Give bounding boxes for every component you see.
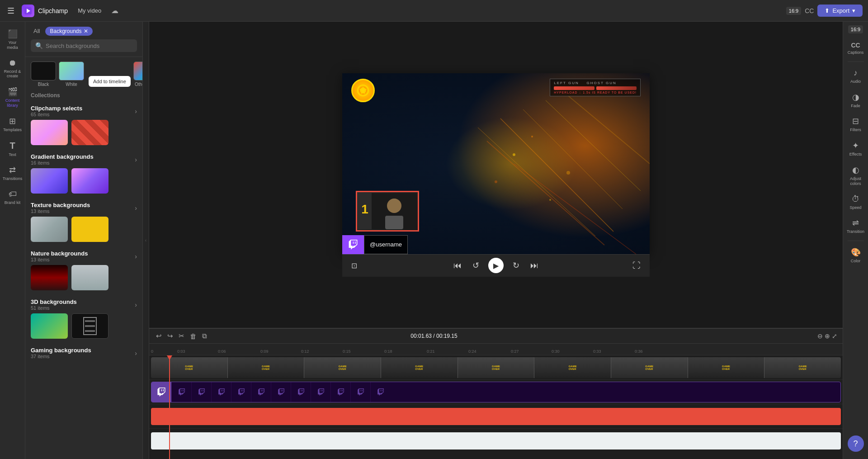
sidebar-separator-1 bbox=[848, 62, 864, 62]
sidebar-item-color[interactable]: 🎨 Color bbox=[844, 244, 867, 267]
sidebar-item-label-templates: Templates bbox=[3, 128, 22, 132]
thumb-clipchamp-selects-1[interactable] bbox=[31, 120, 68, 145]
collection-nature-backgrounds[interactable]: Nature backgrounds 13 items › bbox=[25, 246, 142, 265]
collapse-handle[interactable]: ‹ bbox=[143, 22, 149, 459]
preview-background: LEFT GUN GHOST GUN HYPERLOAD :: 1.5s IS … bbox=[342, 73, 650, 254]
project-title-tab[interactable]: My video bbox=[73, 5, 106, 16]
timeline-toolbar: ↩ ↪ ✂ 🗑 ⧉ 00:01.63 / 00:19.15 ⊖ ⊕ ⤢ bbox=[149, 329, 843, 344]
color-swatch-white[interactable] bbox=[59, 62, 84, 80]
game-frame-3: GAMEOVER bbox=[304, 357, 381, 378]
ratio-button-sidebar[interactable]: 16:9 bbox=[848, 25, 863, 33]
twitch-clip-container[interactable] bbox=[151, 382, 841, 402]
filter-chip-backgrounds[interactable]: Backgrounds ✕ bbox=[45, 27, 92, 36]
sidebar-item-transitions[interactable]: ⇄ Transitions bbox=[1, 161, 24, 185]
thumb-clipchamp-selects-2[interactable] bbox=[71, 120, 108, 145]
zoom-fit-button[interactable]: ⤢ bbox=[832, 332, 837, 340]
ratio-button[interactable]: 16:9 bbox=[786, 7, 801, 15]
sidebar-item-speed[interactable]: ⏱ Speed bbox=[844, 191, 867, 214]
twitch-logo-box bbox=[342, 235, 364, 254]
timeline-duplicate-button[interactable]: ⧉ bbox=[201, 331, 208, 341]
red-clip[interactable] bbox=[151, 408, 841, 425]
filter-chip-close-icon[interactable]: ✕ bbox=[84, 28, 88, 34]
sidebar-item-record-create[interactable]: ⏺ Record & create bbox=[1, 55, 24, 83]
game-frame-6: GAMEOVER bbox=[534, 357, 611, 378]
sidebar-item-fade[interactable]: ◑ Fade bbox=[844, 89, 867, 112]
twitch-track-logo-1 bbox=[151, 382, 171, 402]
sidebar-item-label-brand-kit: Brand kit bbox=[5, 200, 21, 205]
sidebar-item-transition[interactable]: ⇌ Transition bbox=[844, 214, 867, 238]
svg-rect-20 bbox=[385, 216, 403, 229]
timeline-delete-button[interactable]: 🗑 bbox=[189, 331, 198, 341]
sidebar-item-effects[interactable]: ✦ Effects bbox=[844, 137, 867, 161]
thumb-nature-1[interactable] bbox=[31, 265, 68, 290]
thumb-3d-1[interactable] bbox=[31, 313, 68, 339]
sidebar-item-audio[interactable]: ♪ Audio bbox=[844, 65, 867, 88]
help-button[interactable]: ? bbox=[848, 435, 864, 452]
collection-gradient-backgrounds[interactable]: Gradient backgrounds 16 items › bbox=[25, 149, 142, 168]
preview-pip-button[interactable]: ⊡ bbox=[349, 260, 359, 272]
preview-fullscreen-button[interactable]: ⛶ bbox=[631, 259, 642, 272]
preview-wrapper: LEFT GUN GHOST GUN HYPERLOAD :: 1.5s IS … bbox=[342, 73, 650, 277]
sidebar-item-text[interactable]: T Text bbox=[1, 137, 24, 161]
search-input[interactable] bbox=[46, 43, 132, 49]
sidebar-item-your-media[interactable]: ⬛ Your media bbox=[1, 25, 24, 54]
preview-skip-forward-button[interactable]: ⏭ bbox=[528, 259, 540, 272]
ruler-mark-0: 0 bbox=[151, 349, 153, 354]
preview-play-button[interactable]: ▶ bbox=[488, 258, 504, 273]
left-panel: All Backgrounds ✕ 🔍 Black White bbox=[25, 22, 143, 459]
thumb-nature-2[interactable] bbox=[71, 265, 108, 290]
export-button[interactable]: ⬆ Export ▾ bbox=[817, 5, 863, 17]
collection-title-gaming-backgrounds: Gaming backgrounds bbox=[31, 347, 91, 354]
add-to-timeline-button[interactable]: Add to timeline bbox=[89, 76, 131, 87]
thumb-gradient-2[interactable] bbox=[71, 168, 108, 194]
game-frame-9: GAMEOVER bbox=[764, 357, 841, 378]
adjust-colors-label: Adjust colors bbox=[846, 176, 865, 186]
color-swatch-other[interactable] bbox=[133, 62, 143, 80]
sidebar-item-brand-kit[interactable]: 🏷 Brand kit bbox=[1, 186, 24, 209]
sidebar-item-adjust-colors[interactable]: ◐ Adjust colors bbox=[844, 161, 867, 190]
preview-rewind-button[interactable]: ↺ bbox=[471, 259, 481, 272]
filter-row: All Backgrounds ✕ bbox=[31, 26, 137, 36]
timeline-redo-button[interactable]: ↪ bbox=[166, 331, 175, 341]
zoom-out-button[interactable]: ⊖ bbox=[817, 332, 823, 340]
zoom-in-button[interactable]: ⊕ bbox=[825, 332, 830, 340]
preview-forward-button[interactable]: ↻ bbox=[511, 259, 521, 272]
thumb-gradient-1[interactable] bbox=[31, 168, 68, 194]
timeline-undo-button[interactable]: ↩ bbox=[155, 331, 163, 341]
webcam-overlay: 1 bbox=[356, 191, 419, 232]
thumb-texture-1[interactable] bbox=[31, 217, 68, 242]
effects-label: Effects bbox=[849, 152, 862, 157]
color-swatch-black[interactable] bbox=[31, 62, 56, 80]
filter-all-button[interactable]: All bbox=[31, 26, 42, 36]
twitch-repeat-icon-11 bbox=[370, 382, 390, 402]
person-silhouette: 1 bbox=[358, 193, 417, 229]
game-frame-5: GAMEOVER bbox=[458, 357, 535, 378]
sidebar-item-templates[interactable]: ⊞ Templates bbox=[1, 113, 24, 136]
thumb-texture-2[interactable] bbox=[71, 217, 108, 242]
svg-line-5 bbox=[546, 100, 641, 191]
audio-icon: ♪ bbox=[854, 68, 858, 78]
collection-clipchamp-selects[interactable]: Clipchamp selects 65 items › bbox=[25, 100, 142, 120]
timeline-tracks-area: GAMEOVER GAMEOVER GAMEOVER GAMEOVER GAME… bbox=[149, 355, 843, 459]
collection-texture-backgrounds[interactable]: Texture backgrounds 13 items › bbox=[25, 197, 142, 217]
thumb-3d-2[interactable] bbox=[71, 313, 108, 339]
twitch-track-repeat bbox=[171, 382, 840, 402]
search-icon: 🔍 bbox=[35, 42, 43, 49]
timeline-time-display: 00:01.63 / 00:19.15 bbox=[410, 333, 457, 339]
collection-count-nature-backgrounds: 13 items bbox=[31, 257, 88, 262]
sidebar-item-captions[interactable]: CC Captions bbox=[844, 38, 867, 59]
record-create-icon: ⏺ bbox=[9, 58, 17, 68]
export-arrow-icon: ⬆ bbox=[825, 7, 830, 14]
collection-arrow-nature-backgrounds: › bbox=[135, 253, 137, 260]
collection-3d-backgrounds[interactable]: 3D backgrounds 51 items › bbox=[25, 294, 142, 313]
collection-gaming-backgrounds[interactable]: Gaming backgrounds 37 items › bbox=[25, 342, 142, 362]
white-clip[interactable] bbox=[151, 432, 841, 450]
hamburger-button[interactable]: ☰ bbox=[5, 4, 16, 18]
left-icon-sidebar: ⬛ Your media ⏺ Record & create 🎬 Content… bbox=[0, 22, 25, 459]
sidebar-item-filters[interactable]: ⊟ Filters bbox=[844, 113, 867, 136]
video-clip-container[interactable]: GAMEOVER GAMEOVER GAMEOVER GAMEOVER GAME… bbox=[151, 357, 841, 378]
timeline-cut-button[interactable]: ✂ bbox=[177, 331, 186, 341]
preview-skip-back-button[interactable]: ⏮ bbox=[452, 259, 463, 272]
your-media-icon: ⬛ bbox=[8, 29, 18, 39]
sidebar-item-content-library[interactable]: 🎬 Content library bbox=[1, 83, 24, 112]
